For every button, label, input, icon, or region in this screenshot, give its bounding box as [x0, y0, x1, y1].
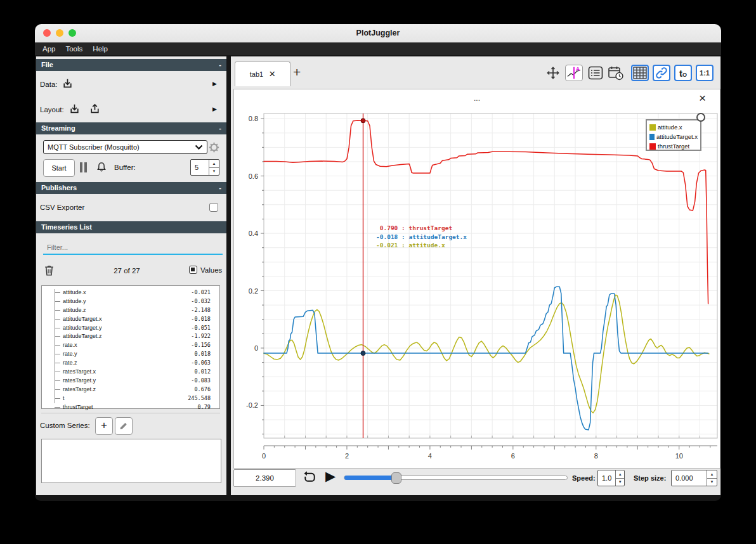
loop-icon[interactable] [303, 470, 317, 485]
timeseries-row[interactable]: attitudeTarget.x-0.018 [42, 314, 219, 323]
pencil-icon [119, 420, 129, 431]
edit-custom-series-button[interactable] [115, 417, 133, 435]
legend-entry[interactable]: attitude.x [649, 122, 698, 132]
custom-series-label: Custom Series: [40, 422, 90, 429]
legend-collapse-handle[interactable] [696, 113, 705, 122]
trash-icon[interactable] [44, 264, 55, 276]
svg-text:0.8: 0.8 [249, 115, 258, 122]
speed-spin-arrows[interactable]: ▲▼ [615, 470, 624, 486]
menu-tools[interactable]: Tools [62, 45, 86, 53]
timeseries-name: ratesTarget.x [63, 368, 194, 375]
timeseries-value: -0.018 [191, 316, 211, 322]
timeseries-tree[interactable]: attitude.x-0.021attitude.y-0.032attitude… [41, 285, 220, 409]
date-time-icon[interactable] [607, 65, 625, 81]
timeseries-row[interactable]: ratesTarget.x0.012 [42, 367, 219, 376]
timeseries-value: -0.156 [191, 342, 211, 348]
load-layout-icon[interactable] [68, 103, 81, 115]
save-layout-icon[interactable] [89, 103, 101, 115]
menu-help[interactable]: Help [89, 45, 112, 53]
section-header-streaming[interactable]: Streaming - [36, 122, 226, 134]
t0-sub-label: O [682, 72, 687, 78]
tab-tab1[interactable]: tab1 × [235, 62, 290, 86]
timeseries-value: -2.148 [191, 307, 211, 313]
menu-app[interactable]: App [39, 45, 59, 53]
plot-legend[interactable]: attitude.xattitudeTarget.xthrustTarget [646, 119, 701, 151]
values-checkbox[interactable] [189, 266, 197, 274]
playback-time-field[interactable]: 2.390 [233, 469, 296, 487]
step-spin-arrows[interactable]: ▲▼ [707, 470, 717, 486]
layout-expand-arrow[interactable]: ▶ [212, 106, 217, 112]
timeseries-row[interactable]: attitude.z-2.148 [42, 306, 219, 314]
timeseries-row[interactable]: rate.y0.018 [42, 349, 219, 358]
svg-text:4: 4 [428, 452, 432, 460]
tab-close-icon[interactable]: × [269, 69, 275, 79]
buffer-spinbox[interactable]: 5 ▲▼ [190, 159, 219, 176]
section-header-timeseries[interactable]: Timeseries List [36, 221, 226, 233]
csv-exporter-label: CSV Exporter [40, 204, 84, 211]
chevron-down-icon [195, 145, 203, 150]
timeseries-row[interactable]: ratesTarget.z0.676 [42, 385, 219, 394]
zoom-1-1-icon[interactable]: 1:1 [696, 65, 714, 81]
timeseries-row[interactable]: ratesTarget.y-0.083 [42, 376, 219, 385]
csv-exporter-checkbox[interactable] [209, 203, 218, 212]
timeseries-row[interactable]: rate.x-0.156 [42, 340, 219, 349]
slider-handle[interactable] [391, 472, 401, 484]
svg-text:6: 6 [511, 452, 515, 460]
tracker-dot-thrustTarget [361, 119, 365, 123]
time-offset-icon[interactable]: tO [674, 65, 692, 81]
timeseries-row[interactable]: attitudeTarget.z-1.922 [42, 332, 219, 340]
collapse-icon[interactable]: - [219, 122, 221, 134]
spin-up-icon[interactable]: ▲ [616, 470, 624, 479]
timeseries-row[interactable]: attitudeTarget.y-0.051 [42, 323, 219, 332]
legend-entry[interactable]: thrustTarget [649, 141, 698, 151]
curve-tracker-icon[interactable]: A [565, 65, 583, 81]
section-header-publishers[interactable]: Publishers - [36, 182, 226, 194]
start-button[interactable]: Start [43, 159, 75, 177]
timeseries-row[interactable]: attitude.y-0.032 [42, 297, 219, 306]
collapse-icon[interactable]: - [219, 59, 221, 71]
timeseries-name: rate.y [63, 351, 194, 357]
timeseries-row[interactable]: thrustTarget0.79 [42, 403, 219, 411]
spin-up-icon[interactable]: ▲ [209, 160, 219, 168]
add-custom-series-button[interactable]: + [95, 417, 113, 435]
timeseries-value: -0.063 [191, 359, 211, 366]
pause-icon[interactable] [80, 162, 88, 172]
playback-slider[interactable] [344, 476, 568, 480]
section-title: Timeseries List [41, 223, 92, 231]
spin-down-icon[interactable]: ▼ [707, 479, 717, 486]
new-tab-button[interactable]: + [293, 65, 301, 80]
step-size-spinbox[interactable]: 0.000 ▲▼ [671, 470, 717, 486]
data-expand-arrow[interactable]: ▶ [212, 81, 217, 87]
speed-spinbox[interactable]: 1.0 ▲▼ [597, 470, 625, 486]
legend-entry[interactable]: attitudeTarget.x [649, 132, 698, 141]
buffer-spin-arrows[interactable]: ▲▼ [209, 160, 219, 175]
pan-zoom-icon[interactable] [544, 65, 562, 81]
custom-series-list[interactable] [41, 439, 221, 483]
timeseries-name: attitude.x [63, 289, 191, 295]
load-data-icon[interactable] [62, 77, 74, 89]
sidebar: File - Data: ▶ Layout: ▶ Streaming - MQT… [36, 56, 226, 495]
spin-down-icon[interactable]: ▼ [209, 168, 219, 176]
timeseries-value: 245.548 [188, 395, 211, 401]
streaming-source-select[interactable]: MQTT Subscriber (Mosquitto) [43, 140, 207, 154]
section-header-file[interactable]: File - [36, 59, 226, 71]
spin-up-icon[interactable]: ▲ [707, 470, 717, 479]
timeseries-row[interactable]: attitude.x-0.021 [42, 288, 219, 297]
grid-view-icon[interactable] [631, 65, 649, 81]
gear-icon[interactable] [209, 142, 219, 153]
play-button[interactable]: ▶ [325, 469, 336, 484]
spin-down-icon[interactable]: ▼ [616, 479, 624, 486]
filter-input[interactable] [43, 241, 223, 255]
list-view-icon[interactable] [587, 65, 604, 81]
timeseries-row[interactable]: rate.z-0.063 [42, 358, 219, 367]
window-title: PlotJuggler [35, 29, 721, 37]
collapse-icon[interactable]: - [219, 182, 221, 194]
timeseries-name: ratesTarget.y [63, 377, 191, 384]
tracker-tooltip-line: -0.021 : attitude.x [376, 241, 467, 250]
link-axes-icon[interactable] [653, 65, 670, 81]
timeseries-row[interactable]: t245.548 [42, 394, 219, 403]
ratio-label: 1:1 [700, 69, 710, 77]
legend-label: attitude.x [658, 124, 682, 131]
bell-icon[interactable] [96, 162, 107, 172]
tracker-tooltip-line: -0.018 : attitudeTarget.x [376, 233, 467, 242]
